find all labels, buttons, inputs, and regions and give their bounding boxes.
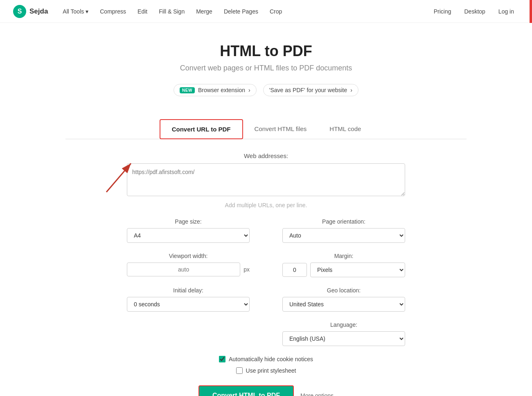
viewport-input[interactable] [127,262,240,276]
margin-label: Margin: [282,253,405,259]
viewport-width-group: Viewport width: px [127,253,250,277]
page-title: HTML to PDF [8,43,524,60]
viewport-row: px [127,262,250,276]
print-stylesheet-checkbox-label[interactable]: Use print stylesheet [236,367,296,374]
tab-html-code[interactable]: HTML code [318,119,372,139]
nav-edit[interactable]: Edit [133,6,152,17]
brand-name: Sejda [29,7,48,16]
geo-location-select[interactable]: United States United Kingdom Germany Fra… [282,297,405,312]
language-select[interactable]: English (USA) English (UK) German French [282,331,405,346]
browser-extension-label: Browser extension [198,87,245,93]
cookie-notices-checkbox[interactable] [219,356,225,362]
tab-convert-url[interactable]: Convert URL to PDF [160,119,243,139]
language-label: Language: [282,321,405,328]
chevron-right-icon: › [248,87,250,93]
nav-delete-pages[interactable]: Delete Pages [219,6,263,17]
nav-desktop[interactable]: Desktop [459,6,490,17]
url-input[interactable] [127,163,405,196]
initial-delay-label: Initial delay: [127,287,250,294]
page-orientation-select[interactable]: Auto Portrait Landscape [282,228,405,243]
more-options-button[interactable]: More options [300,392,334,396]
nav-links: All Tools ▾ Compress Edit Fill & Sign Me… [58,6,287,17]
options-grid: Page size: A4 Letter Legal A3 A5 Page or… [127,218,405,346]
page-size-select[interactable]: A4 Letter Legal A3 A5 [127,228,250,243]
nav-right: Pricing Desktop Log in [429,6,519,17]
hero-badges: NEW Browser extension › 'Save as PDF' fo… [8,84,524,96]
web-addresses-label: Web addresses: [127,152,405,159]
margin-unit-select[interactable]: Pixels Millimeters Inches [310,262,405,277]
convert-button[interactable]: Convert HTML to PDF [198,385,294,396]
page-orientation-group: Page orientation: Auto Portrait Landscap… [282,218,405,243]
tabs-container: Convert URL to PDF Convert HTML files HT… [65,119,467,139]
nav-fill-sign[interactable]: Fill & Sign [154,6,189,17]
initial-delay-group: Initial delay: 0 seconds 1 second 2 seco… [127,287,250,312]
navbar: S Sejda All Tools ▾ Compress Edit Fill &… [0,0,532,23]
chevron-right-icon2: › [350,87,352,93]
margin-input[interactable] [282,263,307,277]
upload-strip [530,0,532,23]
language-group: Language: English (USA) English (UK) Ger… [282,321,405,346]
margin-row: Pixels Millimeters Inches [282,262,405,277]
new-badge: NEW [180,87,195,93]
convert-area: Convert HTML to PDF More options [127,385,405,396]
nav-crop[interactable]: Crop [265,6,287,17]
page-size-label: Page size: [127,218,250,225]
nav-login[interactable]: Log in [494,6,519,17]
geo-location-label: Geo location: [282,287,405,294]
brand-logo[interactable]: S Sejda [13,5,48,18]
cookie-notices-checkbox-label[interactable]: Automatically hide cookie notices [219,356,313,362]
viewport-width-label: Viewport width: [127,253,250,259]
geo-location-group: Geo location: United States United Kingd… [282,287,405,312]
url-hint: Add multiple URLs, one per line. [127,202,405,208]
checkboxes-area: Automatically hide cookie notices Use pr… [127,356,405,374]
chevron-down-icon: ▾ [86,8,88,15]
nav-merge[interactable]: Merge [191,6,217,17]
print-stylesheet-label: Use print stylesheet [246,367,296,374]
browser-extension-badge[interactable]: NEW Browser extension › [174,84,257,96]
save-as-pdf-label: 'Save as PDF' for your website [269,87,347,93]
initial-delay-select[interactable]: 0 seconds 1 second 2 seconds 5 seconds 1… [127,297,250,312]
margin-group: Margin: Pixels Millimeters Inches [282,253,405,277]
main-content: Web addresses: Add multiple URLs, one pe… [119,139,413,396]
brand-icon: S [13,5,26,18]
nav-pricing[interactable]: Pricing [429,6,456,17]
hero-section: HTML to PDF Convert web pages or HTML fi… [0,23,532,119]
page-subtitle: Convert web pages or HTML files to PDF d… [8,64,524,72]
cookie-notices-label: Automatically hide cookie notices [229,356,313,362]
save-as-pdf-badge[interactable]: 'Save as PDF' for your website › [263,84,358,96]
print-stylesheet-checkbox[interactable] [236,367,243,374]
px-label: px [243,266,250,273]
tab-convert-html[interactable]: Convert HTML files [243,119,318,139]
page-orientation-label: Page orientation: [282,218,405,225]
page-size-group: Page size: A4 Letter Legal A3 A5 [127,218,250,243]
nav-compress[interactable]: Compress [95,6,131,17]
nav-all-tools[interactable]: All Tools ▾ [58,6,93,17]
